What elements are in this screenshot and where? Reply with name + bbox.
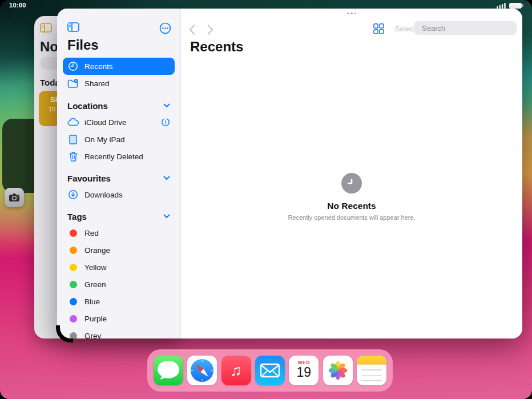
search-field[interactable] — [414, 21, 517, 35]
sidebar-item-label: Shared — [84, 79, 110, 88]
page-title: Recents — [190, 39, 243, 55]
section-header-tags[interactable]: Tags — [67, 211, 170, 221]
cloud-icon — [67, 118, 79, 126]
sidebar-item-tag-green[interactable]: Green — [63, 276, 175, 293]
camera-app-icon[interactable] — [5, 188, 24, 207]
safari-app-icon[interactable] — [187, 356, 217, 385]
view-options-button[interactable] — [373, 23, 384, 34]
files-content-pane: Select Recents No Recents Recently opene… — [181, 9, 522, 338]
sidebar-toggle-icon — [67, 22, 79, 32]
sidebar-item-downloads[interactable]: Downloads — [63, 186, 175, 203]
status-icons — [497, 2, 522, 9]
sidebar-item-tag-orange[interactable]: Orange — [63, 241, 175, 259]
section-header-label: Locations — [67, 101, 108, 111]
section-header-label: Tags — [67, 212, 87, 221]
section-header-locations[interactable]: Locations — [67, 100, 170, 111]
messages-app-icon[interactable] — [154, 356, 183, 385]
empty-state-message: Recently opened documents will appear he… — [260, 214, 443, 221]
sidebar-title: Files — [67, 37, 99, 53]
tag-dot — [70, 315, 77, 323]
trash-icon — [67, 152, 79, 162]
envelope-icon — [255, 356, 285, 385]
chevron-left-icon — [189, 25, 195, 35]
photos-app-icon[interactable] — [323, 356, 353, 385]
sidebar-item-recently-deleted[interactable]: Recently Deleted — [63, 148, 175, 165]
sidebar-item-tag-blue[interactable]: Blue — [63, 293, 175, 310]
dock: ♫ WED 19 — [147, 349, 393, 392]
tag-label: Yellow — [84, 263, 107, 272]
status-time: 10:00 — [9, 2, 26, 9]
compass-icon — [187, 356, 217, 385]
tag-label: Purple — [84, 315, 107, 323]
chevron-right-icon — [207, 25, 213, 35]
select-button[interactable]: Select — [394, 25, 416, 33]
calendar-app-icon[interactable]: WED 19 — [289, 356, 319, 385]
recents-clock-icon — [341, 173, 362, 194]
empty-state-title: No Recents — [260, 201, 443, 211]
sidebar-item-tag-purple[interactable]: Purple — [63, 310, 175, 327]
section-header-favourites[interactable]: Favourites — [67, 173, 170, 183]
tag-label: Blue — [84, 297, 100, 306]
download-circle-icon — [67, 190, 79, 200]
sidebar-item-tag-grey[interactable]: Grey — [63, 327, 175, 338]
tag-dot — [70, 264, 77, 271]
tag-dot — [70, 298, 77, 305]
notes-app-icon[interactable] — [357, 356, 386, 385]
empty-state: No Recents Recently opened documents wil… — [260, 173, 443, 221]
sidebar-item-label: Recents — [84, 62, 113, 71]
files-sidebar: Files Recents Shared Locations — [57, 9, 181, 338]
sidebar-item-shared[interactable]: Shared — [63, 75, 175, 92]
camera-icon — [9, 193, 20, 202]
clock-icon — [67, 61, 79, 71]
files-window: Files Recents Shared Locations — [57, 9, 522, 338]
ipad-icon — [67, 135, 79, 144]
sidebar-item-tag-yellow[interactable]: Yellow — [63, 259, 175, 276]
ipad-screen: 10:00 Not Toda Sh — [0, 0, 532, 399]
sidebar-item-recents[interactable]: Recents — [63, 58, 175, 75]
cellular-signal-icon — [497, 2, 506, 9]
sidebar-item-label: Recently Deleted — [84, 152, 143, 161]
tag-label: Green — [84, 280, 106, 289]
note-card-subtitle: 10 — [49, 106, 55, 112]
music-note-icon: ♫ — [231, 362, 242, 380]
mail-app-icon[interactable] — [255, 356, 285, 385]
sidebar-item-tag-red[interactable]: Red — [63, 224, 175, 241]
tag-label: Orange — [84, 246, 110, 255]
window-resize-handle[interactable] — [56, 325, 73, 342]
grid-view-icon — [373, 23, 384, 34]
tag-label: Grey — [84, 332, 101, 339]
music-app-icon[interactable]: ♫ — [221, 356, 251, 385]
sidebar-item-label: On My iPad — [84, 135, 125, 144]
tag-dot — [70, 247, 77, 254]
more-options-button[interactable] — [159, 22, 171, 34]
shared-folder-icon — [67, 79, 79, 88]
tag-dot — [70, 281, 77, 288]
sync-status-icon[interactable]: ! — [161, 118, 170, 127]
calendar-day: 19 — [289, 365, 319, 380]
flower-icon — [325, 358, 350, 383]
speech-bubble-icon — [154, 356, 183, 385]
files-sidebar-toggle-button[interactable] — [67, 22, 79, 32]
search-input[interactable] — [421, 23, 522, 33]
sidebar-item-label: Downloads — [84, 191, 123, 199]
chevron-down-icon — [163, 176, 170, 180]
window-grab-handle[interactable] — [347, 13, 356, 14]
notes-sidebar-toggle-button[interactable] — [40, 23, 52, 33]
notes-icon-band — [357, 356, 386, 365]
sidebar-item-label: iCloud Drive — [84, 118, 155, 127]
tag-label: Red — [84, 229, 99, 237]
sidebar-item-icloud-drive[interactable]: iCloud Drive ! — [63, 114, 175, 131]
sidebar-item-on-my-ipad[interactable]: On My iPad — [63, 131, 175, 148]
forward-button[interactable] — [207, 25, 213, 35]
chevron-down-icon — [163, 214, 170, 219]
chevron-down-icon — [163, 103, 170, 108]
battery-icon — [509, 3, 522, 9]
tag-dot — [70, 229, 77, 237]
sidebar-toggle-icon — [40, 23, 52, 33]
ellipsis-circle-icon — [159, 22, 171, 34]
back-button[interactable] — [189, 25, 195, 35]
section-header-label: Favourites — [67, 174, 111, 183]
svg-text:!: ! — [165, 119, 167, 125]
